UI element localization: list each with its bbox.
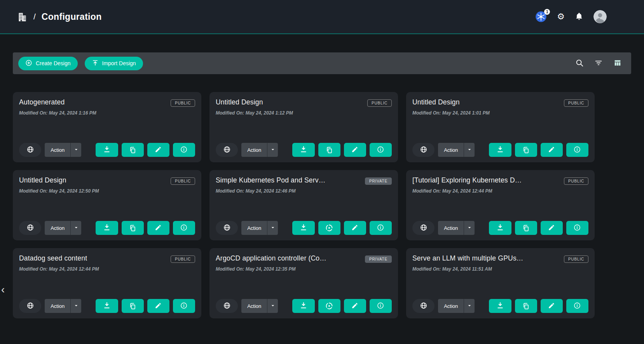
chevron-down-icon bbox=[270, 224, 276, 232]
edit-design-button[interactable] bbox=[147, 221, 169, 235]
action-button[interactable]: Action bbox=[241, 299, 267, 313]
visibility-globe-button[interactable] bbox=[412, 299, 435, 313]
design-info-button[interactable] bbox=[566, 143, 588, 157]
edit-design-button[interactable] bbox=[541, 221, 563, 235]
design-info-button[interactable] bbox=[566, 221, 588, 235]
action-button[interactable]: Action bbox=[45, 143, 70, 157]
action-button[interactable]: Action bbox=[438, 221, 464, 235]
visibility-badge: PUBLIC bbox=[367, 99, 392, 107]
card-clone-button[interactable] bbox=[122, 221, 144, 235]
download-design-button[interactable] bbox=[489, 221, 511, 235]
card-clone-button[interactable] bbox=[122, 299, 144, 313]
visibility-globe-button[interactable] bbox=[412, 221, 435, 235]
visibility-badge: PUBLIC bbox=[564, 255, 588, 263]
download-design-button[interactable] bbox=[96, 143, 118, 157]
action-button[interactable]: Action bbox=[45, 299, 70, 313]
edit-design-button[interactable] bbox=[541, 143, 563, 157]
card-clone-button[interactable] bbox=[122, 143, 144, 157]
action-button[interactable]: Action bbox=[241, 143, 267, 157]
design-info-button[interactable] bbox=[173, 299, 195, 313]
pencil-icon bbox=[548, 302, 555, 310]
edit-design-button[interactable] bbox=[344, 143, 366, 157]
visibility-globe-button[interactable] bbox=[19, 143, 41, 157]
settings-button[interactable]: ⚙ bbox=[557, 12, 565, 21]
design-info-button[interactable] bbox=[370, 299, 392, 313]
action-dropdown-button[interactable] bbox=[464, 143, 475, 157]
action-dropdown-button[interactable] bbox=[464, 221, 475, 235]
card-clone-button[interactable] bbox=[515, 143, 537, 157]
globe-icon bbox=[420, 224, 428, 233]
modified-date: Modified On: May 24, 2024 12:44 PM bbox=[19, 266, 195, 272]
download-design-button[interactable] bbox=[489, 143, 511, 157]
action-dropdown-button[interactable] bbox=[464, 299, 475, 313]
visibility-globe-button[interactable] bbox=[412, 143, 435, 157]
design-info-button[interactable] bbox=[566, 299, 588, 313]
download-design-button[interactable] bbox=[96, 221, 118, 235]
globe-icon bbox=[420, 146, 428, 155]
design-info-button[interactable] bbox=[173, 221, 195, 235]
search-icon bbox=[575, 59, 584, 68]
action-dropdown-button[interactable] bbox=[70, 221, 81, 235]
breadcrumb-separator: / bbox=[33, 12, 36, 21]
download-design-button[interactable] bbox=[292, 221, 314, 235]
import-design-button[interactable]: Import Design bbox=[85, 57, 143, 70]
card-clone-button[interactable] bbox=[318, 221, 340, 235]
card-clone-button[interactable] bbox=[318, 143, 340, 157]
design-info-button[interactable] bbox=[370, 221, 392, 235]
visibility-globe-button[interactable] bbox=[216, 221, 238, 235]
card-clone-button[interactable] bbox=[318, 299, 340, 313]
copy-icon bbox=[522, 224, 530, 232]
action-button[interactable]: Action bbox=[45, 221, 70, 235]
organization-building-icon[interactable] bbox=[17, 12, 28, 22]
card-actions-row: Action bbox=[19, 143, 195, 157]
edit-design-button[interactable] bbox=[147, 299, 169, 313]
card-clone-button[interactable] bbox=[515, 221, 537, 235]
copy-icon bbox=[522, 146, 530, 154]
download-design-button[interactable] bbox=[292, 299, 314, 313]
user-avatar[interactable] bbox=[593, 10, 607, 23]
collapse-panel-chevron[interactable]: ‹ bbox=[1, 285, 5, 295]
card-clone-button[interactable] bbox=[515, 299, 537, 313]
edit-design-button[interactable] bbox=[541, 299, 563, 313]
action-dropdown-button[interactable] bbox=[267, 221, 278, 235]
pencil-icon bbox=[351, 224, 358, 232]
action-dropdown-button[interactable] bbox=[70, 143, 81, 157]
download-design-button[interactable] bbox=[489, 299, 511, 313]
kubernetes-context-button[interactable]: 1 bbox=[535, 11, 547, 23]
download-design-button[interactable] bbox=[292, 143, 314, 157]
visibility-globe-button[interactable] bbox=[19, 221, 41, 235]
create-design-button[interactable]: Create Design bbox=[18, 57, 78, 70]
visibility-badge: PRIVATE bbox=[365, 177, 392, 185]
search-button[interactable] bbox=[575, 59, 584, 68]
chevron-down-icon bbox=[466, 302, 473, 310]
filter-button[interactable] bbox=[594, 59, 603, 68]
table-view-icon bbox=[613, 59, 622, 68]
download-icon bbox=[300, 224, 307, 233]
create-design-label: Create Design bbox=[36, 60, 71, 66]
action-button[interactable]: Action bbox=[241, 221, 267, 235]
design-info-button[interactable] bbox=[370, 143, 392, 157]
action-button[interactable]: Action bbox=[438, 299, 464, 313]
card-actions-row: Action bbox=[412, 221, 588, 235]
action-dropdown-button[interactable] bbox=[267, 143, 278, 157]
design-info-button[interactable] bbox=[173, 143, 195, 157]
edit-design-button[interactable] bbox=[344, 221, 366, 235]
action-dropdown-button[interactable] bbox=[267, 299, 278, 313]
download-icon bbox=[496, 302, 504, 311]
download-icon bbox=[103, 302, 111, 311]
context-count-badge: 1 bbox=[544, 9, 550, 15]
visibility-globe-button[interactable] bbox=[19, 299, 41, 313]
table-view-button[interactable] bbox=[613, 59, 622, 68]
action-split-button: Action bbox=[241, 299, 278, 313]
design-title: Datadog seed content bbox=[19, 254, 87, 262]
action-dropdown-button[interactable] bbox=[70, 299, 81, 313]
edit-design-button[interactable] bbox=[344, 299, 366, 313]
download-design-button[interactable] bbox=[96, 299, 118, 313]
notifications-button[interactable] bbox=[575, 12, 583, 22]
visibility-globe-button[interactable] bbox=[216, 299, 238, 313]
page-title: Configuration bbox=[42, 12, 102, 22]
visibility-globe-button[interactable] bbox=[216, 143, 238, 157]
action-split-button: Action bbox=[438, 221, 475, 235]
edit-design-button[interactable] bbox=[147, 143, 169, 157]
action-button[interactable]: Action bbox=[438, 143, 464, 157]
